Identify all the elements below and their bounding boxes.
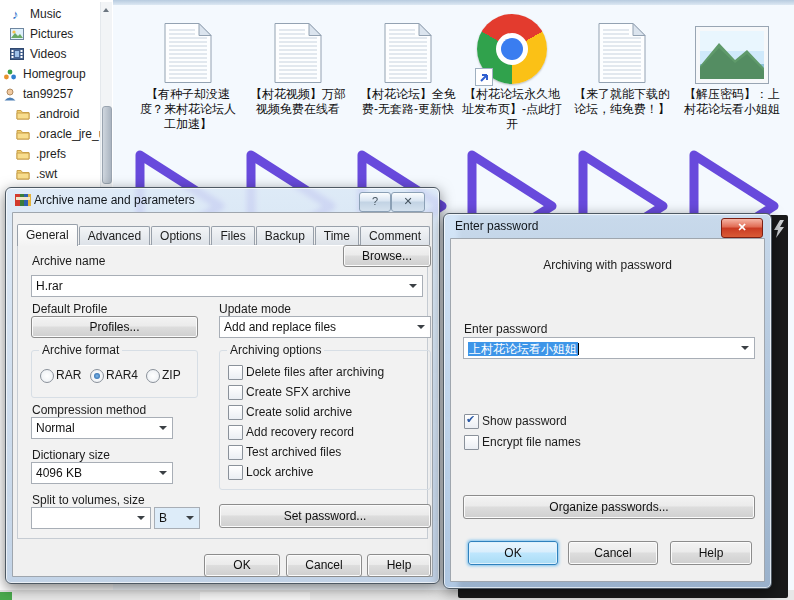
archiving-with-password-header: Archiving with password — [444, 258, 771, 272]
winrar-logo-icon — [15, 192, 31, 208]
radio-rar4-label: RAR4 — [106, 368, 138, 382]
checkbox-create-solid-archive[interactable] — [228, 405, 243, 420]
desktop-icon-label: 【有种子却没速度？来村花论坛人工加速】 — [136, 87, 240, 132]
chrome-icon — [477, 14, 547, 84]
archive-name-combobox[interactable]: H.rar — [31, 275, 423, 297]
text-file-icon — [163, 22, 213, 84]
password-combobox[interactable]: 上村花论坛看小姐姐 — [463, 337, 755, 359]
sidebar-item-prefs-folder[interactable]: .prefs — [0, 144, 100, 164]
desktop-icon-6[interactable]: 【解压密码】：上村花论坛看小姐姐 — [680, 8, 784, 117]
checkbox-add-recovery-record[interactable] — [228, 425, 243, 440]
desktop-icon-5[interactable]: 【来了就能下载的论坛，纯免费！】 — [570, 8, 674, 117]
chevron-down-icon — [137, 516, 145, 520]
update-mode-combobox[interactable]: Add and replace files — [219, 316, 431, 338]
chevron-down-icon — [186, 516, 194, 520]
desktop-icon-label: 【来了就能下载的论坛，纯免费！】 — [570, 87, 674, 117]
checkbox-create-sfx-archive[interactable] — [228, 385, 243, 400]
desktop-icon-label: 【村花论坛】全免费-无套路-更新快 — [356, 87, 460, 117]
checkbox-test-archived-files[interactable] — [228, 445, 243, 460]
checkbox-delete-files-after-archiving[interactable] — [228, 365, 243, 380]
background-green-item — [0, 592, 12, 600]
sidebar-item-oracle-jre-usage-folder[interactable]: .oracle_jre_usag — [0, 124, 100, 144]
browse-button[interactable]: Browse... — [343, 245, 431, 267]
password-cancel-button[interactable]: Cancel — [568, 541, 658, 565]
radio-rar[interactable] — [40, 369, 54, 383]
tab-options[interactable]: Options — [151, 226, 210, 245]
winrar-help-button[interactable]: Help — [367, 554, 431, 577]
sidebar-scrollbar[interactable] — [100, 2, 112, 188]
desktop-icon-label: 【村花论坛永久地址发布页】-点此打开 — [460, 87, 564, 132]
tab-files[interactable]: Files — [211, 226, 254, 245]
winrar-ok-button[interactable]: OK — [204, 554, 280, 577]
sidebar-item-label: Pictures — [30, 27, 73, 41]
sidebar-item-label: .prefs — [36, 147, 66, 161]
close-icon[interactable]: ✕ — [721, 218, 763, 238]
profiles-button[interactable]: Profiles... — [31, 316, 198, 338]
dictionary-size-combobox[interactable]: 4096 KB — [31, 462, 173, 484]
sidebar-item-label: tan99257 — [23, 87, 73, 101]
svg-text:♪: ♪ — [12, 7, 19, 21]
checkbox-lock-archive[interactable] — [228, 465, 243, 480]
desktop-icon-label: 【解压密码】：上村花论坛看小姐姐 — [680, 87, 784, 117]
split-unit-combobox[interactable]: B — [154, 507, 200, 529]
pictures-icon — [9, 27, 25, 41]
checkbox-encrypt-file-names[interactable] — [464, 435, 479, 450]
text-caret — [578, 343, 579, 355]
scrollbar-thumb[interactable] — [102, 106, 112, 184]
text-file-icon — [383, 22, 433, 84]
chevron-down-icon — [159, 471, 167, 475]
tab-backup[interactable]: Backup — [256, 226, 314, 245]
sidebar-item-videos[interactable]: Videos — [0, 44, 100, 64]
desktop-icon-1[interactable]: 【有种子却没速度？来村花论坛人工加速】 — [136, 8, 240, 132]
desktop-icon-label: 【村花视频】万部视频免费在线看 — [246, 87, 350, 117]
shortcut-arrow-icon — [475, 68, 493, 86]
folder-icon — [15, 107, 31, 121]
text-file-icon — [597, 22, 647, 84]
desktop-icon-2[interactable]: 【村花视频】万部视频免费在线看 — [246, 8, 350, 117]
organize-passwords-button[interactable]: Organize passwords... — [463, 495, 755, 519]
dialog-body — [450, 238, 765, 582]
password-ok-button[interactable]: OK — [468, 541, 558, 565]
music-icon: ♪ — [9, 7, 25, 21]
tab-comment[interactable]: Comment — [360, 226, 430, 245]
tab-advanced[interactable]: Advanced — [79, 226, 150, 245]
selected-password-text: 上村花论坛看小姐姐 — [468, 342, 578, 356]
set-password-button[interactable]: Set password... — [219, 504, 431, 528]
close-icon[interactable]: ✕ — [391, 192, 425, 212]
user-icon — [2, 87, 18, 101]
text-file-icon — [273, 22, 323, 84]
winrar-cancel-button[interactable]: Cancel — [286, 554, 362, 577]
tab-general[interactable]: General — [17, 224, 78, 246]
tab-time[interactable]: Time — [315, 226, 359, 245]
folder-icon — [15, 167, 31, 181]
image-file-icon — [695, 26, 769, 84]
update-mode-label: Update mode — [219, 302, 291, 316]
dialog-title: Enter password — [455, 219, 538, 233]
sidebar-item-swt-folder[interactable]: .swt — [0, 164, 100, 184]
radio-zip-label: ZIP — [162, 368, 181, 382]
checkbox-show-password[interactable] — [464, 414, 479, 429]
archive-name-label: Archive name — [32, 254, 105, 268]
sidebar-item-android-folder[interactable]: .android — [0, 104, 100, 124]
chevron-down-icon — [409, 284, 417, 288]
compression-method-label: Compression method — [32, 403, 146, 417]
compression-method-combobox[interactable]: Normal — [31, 417, 173, 439]
sidebar-item-tan99257[interactable]: tan99257 — [0, 84, 100, 104]
scroll-up-icon[interactable] — [103, 8, 109, 12]
sidebar-item-label: .swt — [36, 167, 57, 181]
sidebar-item-pictures[interactable]: Pictures — [0, 24, 100, 44]
radio-rar4[interactable] — [90, 369, 104, 383]
password-help-button[interactable]: Help — [670, 541, 752, 565]
desktop-icon-3[interactable]: 【村花论坛】全免费-无套路-更新快 — [356, 8, 460, 117]
split-volumes-combobox[interactable] — [31, 507, 151, 529]
desktop-icon-4[interactable]: 【村花论坛永久地址发布页】-点此打开 — [460, 8, 564, 132]
sidebar-item-label: .android — [36, 107, 79, 121]
sidebar-item-music[interactable]: ♪ Music — [0, 4, 100, 24]
split-volumes-label: Split to volumes, size — [32, 493, 145, 507]
dialog-title: Archive name and parameters — [34, 193, 195, 207]
radio-zip[interactable] — [146, 369, 160, 383]
help-icon[interactable]: ? — [359, 192, 391, 212]
desktop: ♪ Music Pictures Videos Homegroup — [0, 0, 794, 600]
sidebar-item-homegroup[interactable]: Homegroup — [0, 64, 100, 84]
sidebar-item-label: .oracle_jre_usag — [36, 127, 100, 141]
